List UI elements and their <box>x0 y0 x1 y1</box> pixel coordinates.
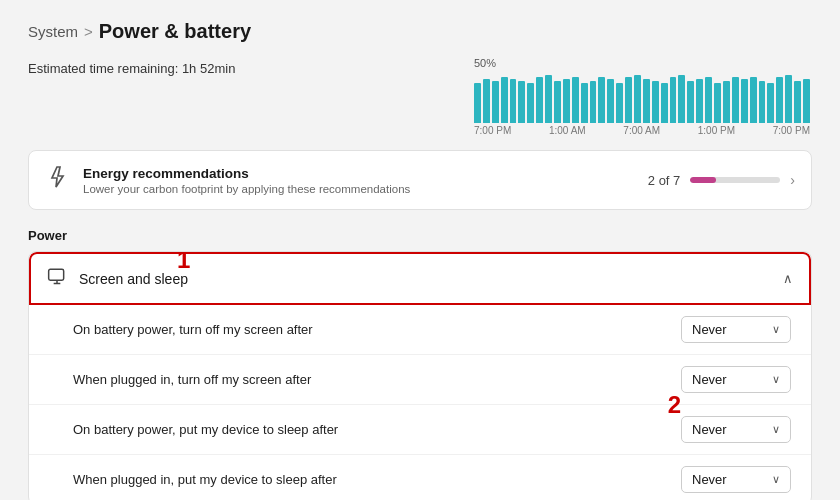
energy-text: Energy recommendations Lower your carbon… <box>83 166 634 195</box>
screen-sleep-chevron: ∧ <box>783 271 793 286</box>
chart-bar <box>501 77 508 123</box>
energy-card[interactable]: Energy recommendations Lower your carbon… <box>28 150 812 210</box>
energy-icon <box>45 165 69 195</box>
chart-time-label: 7:00 PM <box>773 125 810 136</box>
chart-bar <box>616 83 623 123</box>
chart-bar <box>794 81 801 123</box>
setting-dropdown[interactable]: Never∨ <box>681 466 791 493</box>
dropdown-chevron-icon: ∨ <box>772 373 780 386</box>
setting-dropdown[interactable]: Never∨ <box>681 316 791 343</box>
chart-bar <box>474 83 481 123</box>
power-card: 1 Screen and sleep ∧ 2 On battery power,… <box>28 251 812 500</box>
energy-title: Energy recommendations <box>83 166 634 181</box>
chart-bar <box>527 83 534 123</box>
chart-bar <box>678 75 685 123</box>
settings-rows: 2 On battery power, turn off my screen a… <box>29 305 811 500</box>
battery-chart <box>472 71 812 123</box>
energy-progress-bar <box>690 177 780 183</box>
dropdown-value: Never <box>692 322 727 337</box>
dropdown-chevron-icon: ∨ <box>772 323 780 336</box>
setting-row: When plugged in, turn off my screen afte… <box>29 355 811 405</box>
dropdown-value: Never <box>692 422 727 437</box>
dropdown-value: Never <box>692 472 727 487</box>
chart-bar <box>554 81 561 123</box>
chart-bar <box>510 79 517 123</box>
chart-bar <box>492 81 499 123</box>
power-section-label: Power <box>28 228 812 243</box>
chart-bar <box>670 77 677 123</box>
chart-bar <box>803 79 810 123</box>
chart-bar <box>785 75 792 123</box>
chart-bar <box>696 79 703 123</box>
chart-bar <box>741 79 748 123</box>
setting-row: When plugged in, put my device to sleep … <box>29 455 811 500</box>
chart-bar <box>598 77 605 123</box>
breadcrumb-system[interactable]: System <box>28 23 78 40</box>
energy-chevron-icon: › <box>790 172 795 188</box>
energy-count: 2 of 7 <box>648 173 681 188</box>
screen-sleep-left: Screen and sleep <box>47 266 188 291</box>
breadcrumb-separator: > <box>84 23 93 40</box>
power-label-text: Power <box>28 228 67 243</box>
screen-sleep-label: Screen and sleep <box>79 271 188 287</box>
setting-dropdown[interactable]: Never∨ <box>681 366 791 393</box>
battery-chart-wrap: 50% 7:00 PM1:00 AM7:00 AM1:00 PM7:00 PM <box>472 57 812 136</box>
chart-bar <box>732 77 739 123</box>
chart-bar <box>687 81 694 123</box>
dropdown-value: Never <box>692 372 727 387</box>
chart-bar <box>643 79 650 123</box>
dropdown-chevron-icon: ∨ <box>772 473 780 486</box>
chart-bar <box>518 81 525 123</box>
setting-row-label: When plugged in, turn off my screen afte… <box>73 372 311 387</box>
chart-bar <box>536 77 543 123</box>
chart-bar <box>652 81 659 123</box>
setting-dropdown[interactable]: Never∨ <box>681 416 791 443</box>
breadcrumb-current: Power & battery <box>99 20 251 43</box>
svg-rect-0 <box>49 269 64 280</box>
chart-bar <box>705 77 712 123</box>
chart-bar <box>776 77 783 123</box>
chart-bar <box>563 79 570 123</box>
setting-row-label: On battery power, turn off my screen aft… <box>73 322 313 337</box>
chart-time-label: 7:00 PM <box>474 125 511 136</box>
chart-bar <box>767 83 774 123</box>
page: System > Power & battery Estimated time … <box>0 0 840 500</box>
setting-row: On battery power, put my device to sleep… <box>29 405 811 455</box>
energy-right: 2 of 7 › <box>648 172 795 188</box>
chart-time-label: 1:00 PM <box>698 125 735 136</box>
chart-time-label: 7:00 AM <box>623 125 660 136</box>
battery-estimated: Estimated time remaining: 1h 52min <box>28 61 235 76</box>
chart-time-label: 1:00 AM <box>549 125 586 136</box>
energy-progress-fill <box>690 177 715 183</box>
chart-bar <box>759 81 766 123</box>
chart-bar <box>607 79 614 123</box>
screen-sleep-icon <box>47 266 67 291</box>
breadcrumb: System > Power & battery <box>28 20 812 43</box>
chart-bar <box>625 77 632 123</box>
chart-time-labels: 7:00 PM1:00 AM7:00 AM1:00 PM7:00 PM <box>472 125 812 136</box>
chart-percent-label: 50% <box>474 57 496 69</box>
screen-sleep-header[interactable]: Screen and sleep ∧ <box>29 252 811 305</box>
top-row: Estimated time remaining: 1h 52min 50% 7… <box>28 57 812 136</box>
chart-bar <box>483 79 490 123</box>
chart-bar <box>714 83 721 123</box>
chart-bar <box>634 75 641 123</box>
setting-row-label: When plugged in, put my device to sleep … <box>73 472 337 487</box>
setting-row-label: On battery power, put my device to sleep… <box>73 422 338 437</box>
chart-bar <box>572 77 579 123</box>
chart-bar <box>661 83 668 123</box>
chart-bar <box>581 83 588 123</box>
chart-bar <box>750 77 757 123</box>
dropdown-chevron-icon: ∨ <box>772 423 780 436</box>
energy-subtitle: Lower your carbon footprint by applying … <box>83 183 634 195</box>
chart-bar <box>545 75 552 123</box>
chart-bar <box>590 81 597 123</box>
chart-bar <box>723 81 730 123</box>
setting-row: On battery power, turn off my screen aft… <box>29 305 811 355</box>
